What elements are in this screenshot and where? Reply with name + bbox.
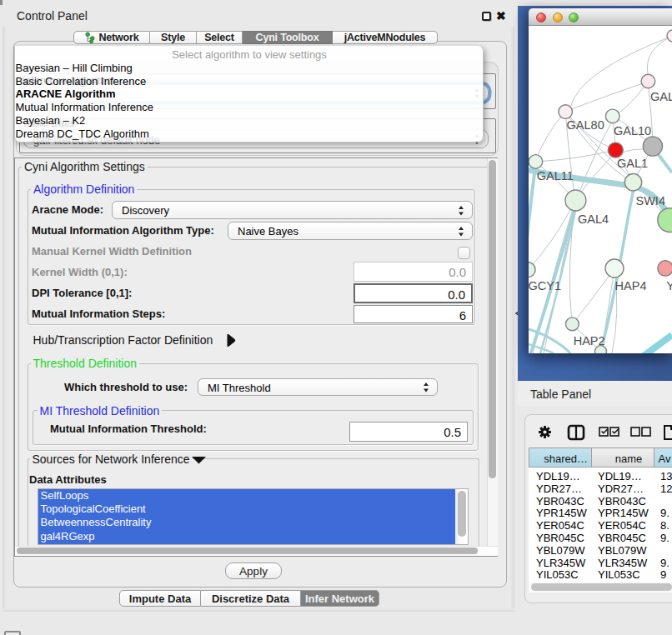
svg-text:GAL4: GAL4: [578, 212, 609, 226]
svg-text:HAP2: HAP2: [574, 334, 605, 348]
svg-text:GAL1: GAL1: [617, 157, 648, 170]
svg-text:HAP4: HAP4: [615, 279, 647, 292]
svg-text:GAL80: GAL80: [567, 118, 604, 132]
svg-text:GAL2: GAL2: [650, 90, 672, 103]
svg-text:GAL11: GAL11: [537, 169, 574, 182]
svg-text:GCY1: GCY1: [529, 279, 561, 292]
svg-text:GAL10: GAL10: [614, 124, 651, 138]
svg-text:YGL0: YGL0: [666, 279, 672, 292]
svg-text:SWI4: SWI4: [636, 194, 665, 208]
